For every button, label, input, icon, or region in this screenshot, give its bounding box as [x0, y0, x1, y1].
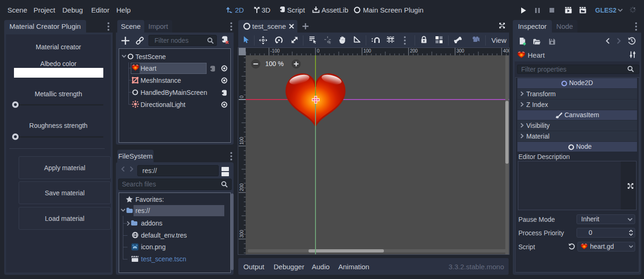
svg-text:100: 100 — [363, 48, 371, 53]
svg-text:0: 0 — [317, 48, 320, 53]
svg-text:100: 100 — [239, 137, 244, 145]
svg-text:300: 300 — [456, 48, 464, 53]
svg-text:200: 200 — [410, 48, 418, 53]
svg-text:300: 300 — [239, 230, 244, 238]
svg-text:-100: -100 — [270, 48, 280, 53]
svg-text:200: 200 — [239, 183, 244, 191]
svg-text:400: 400 — [503, 48, 509, 53]
svg-text:0: 0 — [239, 95, 244, 98]
